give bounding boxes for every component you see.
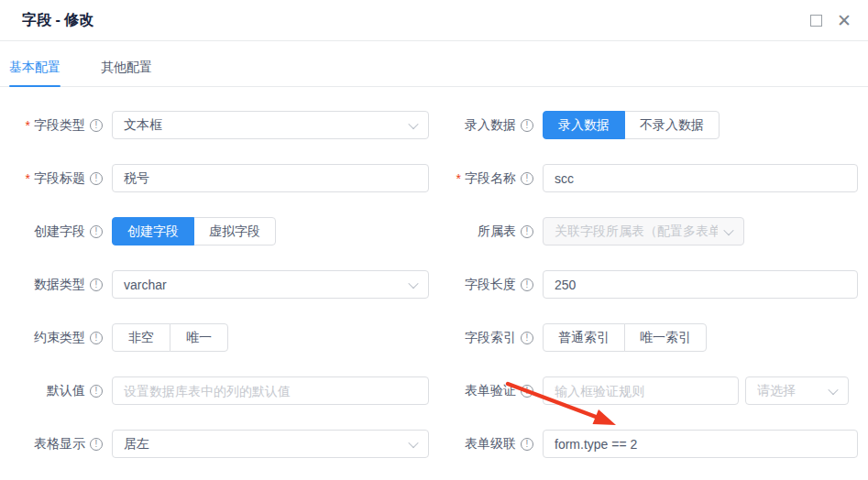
form-row: 约束类型 ! 非空 唯一 字段索引 ! 普通索引 唯一索引 [0, 323, 858, 352]
form-row: 表格显示 ! 居左 表单级联 ! [0, 430, 858, 458]
field-length-cell: 字段长度 ! [431, 270, 858, 299]
table-display-select[interactable]: 居左 [112, 430, 429, 458]
form-row: 数据类型 ! varchar 字段长度 ! [0, 270, 858, 299]
field-title-cell: * 字段标题 ! [0, 164, 431, 192]
constraint-type-cell: 约束类型 ! 非空 唯一 [0, 323, 431, 352]
chevron-down-icon [723, 224, 733, 235]
create-field-label: 创建字段 ! [0, 224, 103, 240]
required-marker: * [456, 171, 461, 186]
validation-rule-select[interactable]: 请选择 [745, 376, 849, 405]
chevron-down-icon [828, 384, 838, 394]
default-value-label: 默认值 ! [0, 383, 103, 399]
dialog-header: 字段 - 修改 ✕ [0, 0, 868, 41]
info-icon[interactable]: ! [90, 332, 103, 344]
info-icon[interactable]: ! [90, 438, 103, 451]
info-icon[interactable]: ! [90, 119, 103, 132]
constraint-not-null-button[interactable]: 非空 [112, 323, 170, 352]
normal-index-button[interactable]: 普通索引 [543, 323, 625, 352]
field-type-select[interactable]: 文本框 [112, 111, 429, 139]
field-index-group: 普通索引 唯一索引 [543, 323, 707, 352]
form-cascade-cell: 表单级联 ! [431, 430, 858, 458]
field-length-input[interactable] [543, 270, 858, 299]
field-length-label: 字段长度 ! [431, 277, 533, 293]
table-display-label: 表格显示 ! [0, 436, 103, 453]
form-row: 默认值 ! 表单验证 ! 请选择 [0, 376, 858, 405]
create-field-option-virtual[interactable]: 虚拟字段 [193, 217, 276, 245]
info-icon[interactable]: ! [521, 172, 533, 185]
default-value-cell: 默认值 ! [0, 376, 431, 405]
window-controls: ✕ [810, 12, 852, 29]
owner-table-select[interactable]: 关联字段所属表（配置多表单 [543, 217, 744, 245]
field-type-cell: * 字段类型 ! 文本框 [0, 111, 431, 139]
required-marker: * [26, 171, 30, 186]
field-name-cell: * 字段名称 ! [431, 164, 858, 192]
form-cascade-label: 表单级联 ! [431, 436, 533, 453]
create-field-option-real[interactable]: 创建字段 [112, 217, 194, 245]
maximize-icon[interactable] [810, 15, 822, 27]
tab-basic-config[interactable]: 基本配置 [9, 54, 60, 86]
chevron-down-icon [408, 437, 418, 447]
chevron-down-icon [408, 278, 418, 288]
input-data-label: 录入数据 ! [431, 117, 533, 134]
field-type-label: * 字段类型 ! [0, 117, 103, 134]
form-row: 创建字段 ! 创建字段 虚拟字段 所属表 ! 关联字段所属表（配置多表单 [0, 217, 858, 245]
form-row: * 字段标题 ! * 字段名称 ! [0, 164, 858, 192]
input-data-option-yes[interactable]: 录入数据 [543, 111, 625, 139]
field-title-input[interactable] [112, 164, 429, 192]
unique-index-button[interactable]: 唯一索引 [624, 323, 707, 352]
info-icon[interactable]: ! [521, 278, 533, 291]
info-icon[interactable]: ! [90, 385, 103, 398]
chevron-down-icon [408, 118, 418, 128]
dialog-title: 字段 - 修改 [22, 11, 93, 30]
info-icon[interactable]: ! [90, 225, 103, 238]
default-value-input[interactable] [112, 376, 429, 405]
create-field-cell: 创建字段 ! 创建字段 虚拟字段 [0, 217, 431, 245]
input-data-cell: 录入数据 ! 录入数据 不录入数据 [431, 111, 858, 139]
field-index-cell: 字段索引 ! 普通索引 唯一索引 [431, 323, 858, 352]
form-validation-cell: 表单验证 ! 请选择 [431, 376, 858, 405]
table-display-cell: 表格显示 ! 居左 [0, 430, 431, 458]
info-icon[interactable]: ! [521, 385, 533, 398]
info-icon[interactable]: ! [90, 172, 103, 185]
required-marker: * [26, 118, 30, 133]
data-type-select[interactable]: varchar [112, 270, 429, 299]
tab-other-config[interactable]: 其他配置 [101, 54, 152, 86]
data-type-label: 数据类型 ! [0, 277, 103, 293]
constraint-unique-button[interactable]: 唯一 [170, 323, 228, 352]
info-icon[interactable]: ! [521, 332, 533, 344]
info-icon[interactable]: ! [521, 225, 533, 238]
owner-table-cell: 所属表 ! 关联字段所属表（配置多表单 [431, 217, 858, 245]
field-name-label: * 字段名称 ! [431, 170, 533, 187]
info-icon[interactable]: ! [90, 278, 103, 291]
validation-rule-input[interactable] [543, 376, 739, 405]
owner-table-label: 所属表 ! [431, 224, 533, 240]
field-config-form: * 字段类型 ! 文本框 录入数据 ! 录入数据 不录入数据 [0, 87, 868, 458]
create-field-toggle: 创建字段 虚拟字段 [112, 217, 276, 245]
input-data-toggle: 录入数据 不录入数据 [543, 111, 720, 139]
field-index-label: 字段索引 ! [431, 330, 533, 346]
field-name-input[interactable] [543, 164, 858, 192]
info-icon[interactable]: ! [521, 438, 533, 451]
form-row: * 字段类型 ! 文本框 录入数据 ! 录入数据 不录入数据 [0, 111, 858, 139]
close-icon[interactable]: ✕ [837, 12, 852, 29]
input-data-option-no[interactable]: 不录入数据 [624, 111, 720, 139]
data-type-cell: 数据类型 ! varchar [0, 270, 431, 299]
info-icon[interactable]: ! [521, 119, 533, 132]
constraint-type-group: 非空 唯一 [112, 323, 228, 352]
form-cascade-input[interactable] [543, 430, 858, 458]
field-title-label: * 字段标题 ! [0, 170, 103, 187]
form-validation-label: 表单验证 ! [431, 383, 533, 399]
constraint-type-label: 约束类型 ! [0, 330, 103, 346]
tab-bar: 基本配置 其他配置 [0, 41, 868, 87]
